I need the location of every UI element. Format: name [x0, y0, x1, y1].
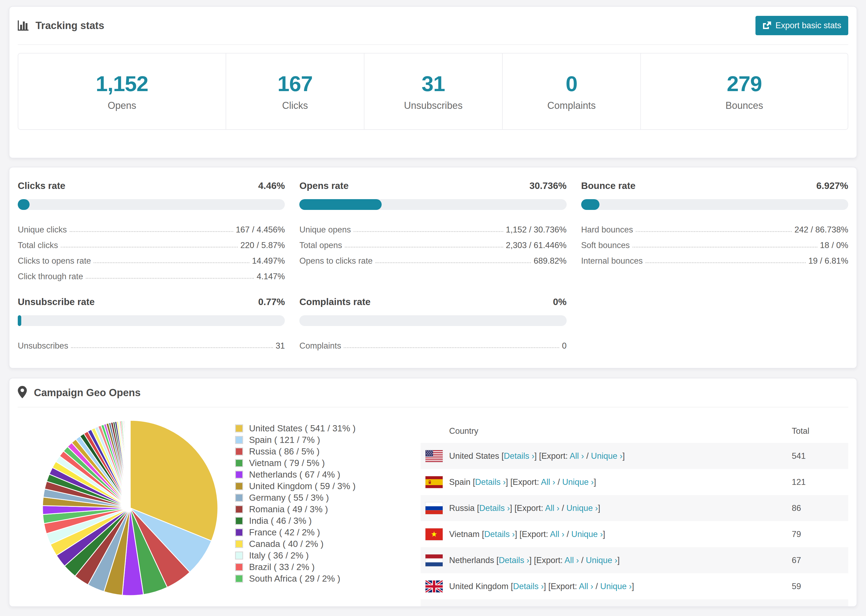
rate-row-value: 242 / 86.738% — [794, 225, 848, 235]
export-basic-stats-button[interactable]: Export basic stats — [756, 16, 848, 35]
legend-item-vietnam: Vietnam ( 79 / 5% ) — [235, 457, 386, 469]
geo-table-row-es: Spain [Details ›] [Export: All › / Uniqu… — [420, 469, 848, 495]
country-flag-ru — [425, 502, 443, 514]
rate-value: 30.736% — [529, 180, 567, 191]
total-cell: 79 — [787, 530, 848, 539]
export-all-link[interactable]: All › — [565, 556, 579, 565]
export-unique-link[interactable]: Unique › — [571, 530, 603, 539]
total-cell: 121 — [787, 477, 848, 487]
rate-row: Total opens2,303 / 61.446% — [299, 235, 567, 250]
export-unique-link[interactable]: Unique › — [586, 556, 617, 565]
legend-swatch — [235, 575, 243, 583]
country-name: Spain — [449, 477, 471, 487]
stat-label: Unsubscribes — [404, 100, 463, 111]
progress-bar-fill — [18, 315, 21, 326]
export-label: [Export: — [539, 451, 568, 460]
stat-label: Opens — [107, 100, 136, 111]
country-flag-vn — [425, 528, 443, 540]
rate-row-label: Hard bounces — [581, 225, 633, 235]
bracket: [ — [473, 477, 475, 487]
rate-block-complaints-rate: Complaints rate0%Complaints0 — [299, 297, 567, 351]
progress-bar-track — [581, 199, 848, 210]
legend-item-south-africa: South Africa ( 29 / 2% ) — [235, 573, 386, 584]
progress-bar-track — [299, 199, 567, 210]
bracket: ] — [544, 581, 546, 591]
legend-label: France ( 42 / 2% ) — [249, 527, 320, 537]
legend-label: Germany ( 55 / 3% ) — [249, 493, 329, 503]
slash: / — [593, 581, 600, 591]
rate-title: Bounce rate — [581, 180, 636, 191]
rate-row-label: Unique opens — [299, 225, 351, 235]
rate-rows: Unique clicks167 / 4.456%Total clicks220… — [18, 219, 285, 281]
details-link[interactable]: Details › — [504, 451, 534, 460]
geo-pie-wrap — [18, 407, 219, 607]
pie-legend: United States ( 541 / 31% )Spain ( 121 /… — [235, 407, 386, 607]
rate-row-label: Internal bounces — [581, 256, 643, 266]
country-cell: United States [Details ›] [Export: All ›… — [449, 451, 625, 461]
rate-row: Opens to clicks rate689.82% — [299, 250, 567, 266]
export-all-link[interactable]: All › — [570, 451, 584, 460]
stat-label: Bounces — [725, 100, 763, 111]
country-name: Russia — [449, 503, 475, 513]
rate-title: Clicks rate — [18, 180, 65, 191]
legend-label: United Kingdom ( 59 / 3% ) — [249, 481, 356, 491]
rate-row: Hard bounces242 / 86.738% — [581, 219, 848, 235]
rate-title: Complaints rate — [299, 297, 371, 307]
details-link[interactable]: Details › — [484, 530, 515, 539]
dotted-leader — [636, 231, 792, 232]
dotted-leader — [646, 262, 806, 263]
export-all-link[interactable]: All › — [545, 503, 559, 513]
legend-item-canada: Canada ( 40 / 2% ) — [235, 538, 386, 550]
details-link[interactable]: Details › — [475, 477, 506, 487]
rates-card: Clicks rate4.46%Unique clicks167 / 4.456… — [9, 167, 857, 368]
dotted-leader — [70, 231, 233, 232]
geo-table-rows: United States [Details ›] [Export: All ›… — [420, 443, 848, 607]
export-unique-link[interactable]: Unique › — [567, 503, 598, 513]
rate-row: Complaints0 — [299, 335, 567, 351]
legend-swatch — [235, 482, 243, 490]
geo-table-row-us: United States [Details ›] [Export: All ›… — [420, 443, 848, 469]
dotted-leader — [86, 278, 254, 279]
rate-row-label: Total clicks — [18, 240, 58, 250]
total-cell: 67 — [787, 556, 848, 565]
export-unique-link[interactable]: Unique › — [562, 477, 594, 487]
rate-value: 0.77% — [258, 297, 285, 307]
country-cell: Vietnam [Details ›] [Export: All › / Uni… — [449, 530, 605, 539]
bracket: ] — [594, 477, 596, 487]
dotted-leader — [71, 347, 273, 348]
dotted-leader — [344, 347, 559, 348]
export-all-link[interactable]: All › — [541, 477, 555, 487]
country-cell: Spain [Details ›] [Export: All › / Uniqu… — [449, 477, 596, 487]
legend-item-india: India ( 46 / 3% ) — [235, 515, 386, 526]
rate-row-label: Clicks to opens rate — [18, 256, 91, 266]
details-link[interactable]: Details › — [513, 581, 544, 591]
legend-label: Brazil ( 33 / 2% ) — [249, 562, 315, 572]
country-flag-de — [425, 607, 443, 607]
stat-label: Clicks — [282, 100, 308, 111]
legend-swatch — [235, 424, 243, 432]
rate-row: Unsubscribes31 — [18, 335, 285, 351]
pie-slice-other — [130, 420, 130, 508]
rate-block-bounce-rate: Bounce rate6.927%Hard bounces242 / 86.73… — [581, 180, 848, 281]
rate-row-label: Unsubscribes — [18, 341, 68, 351]
dotted-leader — [61, 247, 238, 248]
export-unique-link[interactable]: Unique › — [600, 581, 632, 591]
progress-bar-track — [299, 315, 567, 326]
bracket: [ — [477, 503, 479, 513]
bracket: ] — [632, 581, 634, 591]
legend-swatch — [235, 540, 243, 548]
export-all-link[interactable]: All › — [579, 581, 593, 591]
legend-item-germany: Germany ( 55 / 3% ) — [235, 492, 386, 503]
tracking-stats-header: Tracking stats Export basic stats — [18, 7, 848, 44]
export-all-link[interactable]: All › — [550, 530, 564, 539]
legend-label: United States ( 541 / 31% ) — [249, 423, 356, 434]
export-unique-link[interactable]: Unique › — [591, 451, 622, 460]
bracket: ] — [603, 530, 605, 539]
details-link[interactable]: Details › — [499, 556, 529, 565]
geo-body: United States ( 541 / 31% )Spain ( 121 /… — [18, 407, 848, 607]
details-link[interactable]: Details › — [479, 503, 510, 513]
legend-label: Italy ( 36 / 2% ) — [249, 550, 309, 561]
rate-row-value: 19 / 6.81% — [808, 256, 848, 266]
rate-row-value: 4.147% — [257, 272, 285, 281]
geo-table-row-ru: Russia [Details ›] [Export: All › / Uniq… — [420, 495, 848, 521]
